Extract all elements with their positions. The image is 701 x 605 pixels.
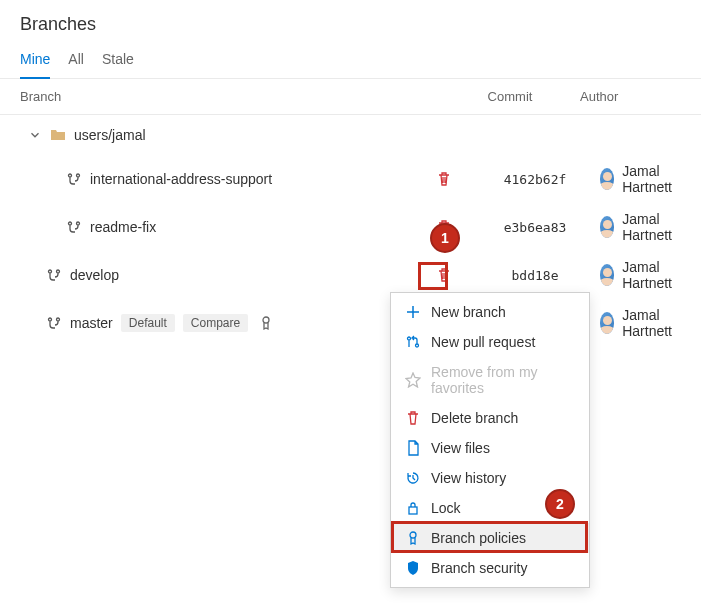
author-name: Jamal Hartnett [622,259,681,291]
default-badge: Default [121,314,175,332]
tab-all[interactable]: All [68,51,84,78]
pull-request-icon [405,334,421,350]
lock-icon [405,500,421,516]
avatar [600,216,614,238]
chevron-down-icon[interactable] [28,127,42,143]
menu-label: Remove from my favorites [431,364,575,396]
history-icon [405,470,421,486]
file-icon [405,440,421,456]
annotation-callout-2: 2 [545,489,575,519]
branch-row[interactable]: master Default Compare 4162b62f Jamal Ha… [0,299,701,347]
branch-row[interactable]: international-address-support 4162b62f J… [0,155,701,203]
branch-icon [46,315,62,331]
commit-hash[interactable]: 4162b62f [490,172,580,187]
commit-hash[interactable]: bdd18e [490,268,580,283]
context-menu: New branch New pull request Remove from … [390,292,590,588]
menu-branch-security[interactable]: Branch security [391,553,589,583]
menu-label: New branch [431,304,506,320]
branch-icon [66,219,82,235]
tab-stale[interactable]: Stale [102,51,134,78]
policy-icon [258,315,274,331]
compare-badge: Compare [183,314,248,332]
column-header-branch: Branch [20,89,420,104]
trash-icon[interactable] [436,267,452,283]
tab-mine[interactable]: Mine [20,51,50,79]
menu-label: View files [431,440,490,456]
folder-icon [50,127,66,143]
plus-icon [405,304,421,320]
svg-rect-4 [409,507,417,514]
menu-new-branch[interactable]: New branch [391,297,589,327]
annotation-callout-1: 1 [430,223,460,253]
menu-label: Branch policies [431,530,526,546]
menu-delete-branch[interactable]: Delete branch [391,403,589,433]
branch-name: readme-fix [90,219,156,235]
svg-point-5 [410,532,416,538]
folder-name: users/jamal [74,127,146,143]
menu-label: Delete branch [431,410,518,426]
avatar [600,264,614,286]
menu-label: View history [431,470,506,486]
star-outline-icon [405,372,421,388]
branch-name: international-address-support [90,171,272,187]
column-header-commit: Commit [450,89,570,104]
menu-label: Lock [431,500,461,516]
branch-row[interactable]: develop bdd18e Jamal Hartnett [0,251,701,299]
branch-icon [66,171,82,187]
avatar [600,312,614,334]
author-name: Jamal Hartnett [622,307,681,339]
author-name: Jamal Hartnett [622,211,681,243]
column-header-author: Author [570,89,681,104]
menu-new-pull-request[interactable]: New pull request [391,327,589,357]
svg-point-0 [263,317,269,323]
trash-icon[interactable] [436,171,452,187]
branch-row[interactable]: readme-fix e3b6ea83 Jamal Hartnett [0,203,701,251]
menu-remove-favorite: Remove from my favorites [391,357,589,403]
tabs: Mine All Stale [0,39,701,79]
shield-icon [405,560,421,576]
branch-icon [46,267,62,283]
folder-row[interactable]: users/jamal [0,115,701,155]
commit-hash[interactable]: e3b6ea83 [490,220,580,235]
policy-icon [405,530,421,546]
column-header-row: Branch Commit Author [0,79,701,115]
trash-icon [405,410,421,426]
author-name: Jamal Hartnett [622,163,681,195]
branch-name: master [70,315,113,331]
menu-label: Branch security [431,560,527,576]
page-title: Branches [20,14,681,35]
avatar [600,168,614,190]
branch-name: develop [70,267,119,283]
menu-branch-policies[interactable]: Branch policies [391,523,589,553]
menu-view-files[interactable]: View files [391,433,589,463]
menu-label: New pull request [431,334,535,350]
